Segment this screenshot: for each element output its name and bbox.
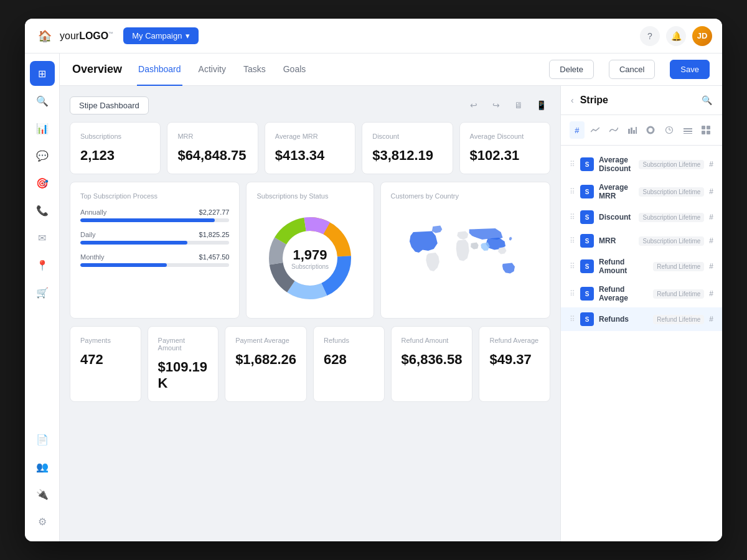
bell-icon: 🔔 xyxy=(671,31,682,41)
item-name: Refunds xyxy=(599,315,648,324)
panel-item[interactable]: ⠿ S MRR Subscription Lifetime # xyxy=(561,229,722,253)
chart-type-curve[interactable] xyxy=(606,121,621,139)
desktop-view-button[interactable]: 🖥 xyxy=(509,96,528,114)
map-container xyxy=(391,208,540,308)
bar-fill xyxy=(80,218,215,222)
chart-type-clock[interactable] xyxy=(662,121,677,139)
help-button[interactable]: ? xyxy=(640,26,660,46)
item-icon: S xyxy=(580,185,594,198)
save-button[interactable]: Save xyxy=(670,60,710,79)
metric-value: $64,848.75 xyxy=(177,147,247,164)
chart-type-donut[interactable] xyxy=(644,121,659,139)
svg-rect-17 xyxy=(684,131,692,132)
sidebar-item-email[interactable]: ✉ xyxy=(30,225,55,250)
panel-search-button[interactable]: 🔍 xyxy=(702,95,712,105)
home-icon[interactable]: 🏠 xyxy=(35,26,55,46)
dashboard-name-tag[interactable]: Stipe Dashboard xyxy=(70,96,149,114)
sidebar-item-documents[interactable]: 📄 xyxy=(30,427,55,452)
svg-rect-11 xyxy=(636,127,637,134)
sidebar-item-location[interactable]: 📍 xyxy=(30,253,55,278)
metric-label: Payment Average xyxy=(235,337,296,344)
donut-center-value: 1,979 xyxy=(291,247,329,263)
item-name: Average Discount xyxy=(599,156,634,173)
panel-item[interactable]: ⠿ S Refund Average Refund Lifetime # xyxy=(561,280,722,307)
sidebar-item-messages[interactable]: 💬 xyxy=(30,143,55,168)
panel-item[interactable]: ⠿ S Average MRR Subscription Lifetime # xyxy=(561,178,722,205)
metric-card-refund-avg: Refund Average $49.37 xyxy=(479,326,550,402)
item-icon: S xyxy=(580,157,594,171)
tab-dashboard[interactable]: Dashboard xyxy=(137,54,182,86)
bar-track xyxy=(80,241,229,245)
tab-goals[interactable]: Goals xyxy=(282,54,308,86)
sidebar-item-analytics[interactable]: 📊 xyxy=(30,116,55,141)
chart-type-bar[interactable] xyxy=(625,121,640,139)
avatar-initials: JD xyxy=(697,31,708,40)
metric-value: 472 xyxy=(80,352,131,368)
donut-chart-title: Subscriptions by Status xyxy=(256,192,363,200)
sidebar-item-search[interactable]: 🔍 xyxy=(30,88,55,113)
metric-label: Subscriptions xyxy=(80,133,150,140)
item-hash-icon: # xyxy=(709,315,713,324)
item-name: Average MRR xyxy=(599,183,634,200)
metric-card-avg-mrr: Average MRR $413.34 xyxy=(265,122,355,174)
chart-type-column[interactable] xyxy=(680,121,695,139)
item-icon: S xyxy=(580,259,594,273)
notifications-button[interactable]: 🔔 xyxy=(666,26,686,46)
metric-value: 2,123 xyxy=(80,147,150,164)
drag-handle-icon: ⠿ xyxy=(570,289,575,298)
delete-button[interactable]: Delete xyxy=(549,60,594,79)
donut-container: 1,979 Subscriptions xyxy=(256,208,363,308)
sidebar-item-grid[interactable]: ⊞ xyxy=(30,61,55,86)
panel-chart-types: # xyxy=(561,115,722,146)
item-hash-icon: # xyxy=(709,187,713,196)
sidebar-item-settings[interactable]: ⚙ xyxy=(30,509,55,534)
svg-point-12 xyxy=(647,127,654,133)
panel-item-refunds[interactable]: ⠿ S Refunds Refund Lifetime # xyxy=(561,307,722,331)
bottom-metrics-row: Payments 472 Payment Amount $109.19 K Pa… xyxy=(70,326,550,402)
metric-value: $3,812.19 xyxy=(372,147,442,164)
item-icon: S xyxy=(580,210,594,224)
donut-chart-card: Subscriptions by Status xyxy=(246,182,374,319)
item-tag: Refund Lifetime xyxy=(653,262,704,271)
sidebar-item-targeting[interactable]: 🎯 xyxy=(30,170,55,195)
sidebar-item-calls[interactable]: 📞 xyxy=(30,198,55,223)
dashboard-main: Stipe Dashboard ↩ ↪ 🖥 📱 Subscriptions xyxy=(60,86,560,541)
sidebar-item-ecommerce[interactable]: 🛒 xyxy=(30,280,55,305)
map-chart-title: Customers by Country xyxy=(391,192,540,200)
sidebar-item-integrations[interactable]: 🔌 xyxy=(30,482,55,506)
item-name: Refund Average xyxy=(599,285,648,302)
logo-tm: ™ xyxy=(108,30,113,36)
chart-type-line[interactable] xyxy=(588,121,603,139)
metric-value: $102.31 xyxy=(470,147,540,164)
metric-label: Discount xyxy=(372,133,442,140)
tab-activity[interactable]: Activity xyxy=(197,54,227,86)
avatar[interactable]: JD xyxy=(692,26,712,46)
item-name: Refund Amount xyxy=(599,258,648,275)
mobile-view-button[interactable]: 📱 xyxy=(532,96,550,114)
panel-item[interactable]: ⠿ S Refund Amount Refund Lifetime # xyxy=(561,253,722,280)
undo-button[interactable]: ↩ xyxy=(464,96,483,114)
campaign-button[interactable]: My Campaign ▾ xyxy=(123,27,199,44)
chart-type-hash[interactable]: # xyxy=(570,121,585,139)
metric-label: Average MRR xyxy=(275,133,345,140)
panel-item[interactable]: ⠿ S Discount Subscription Lifetime # xyxy=(561,205,722,229)
item-tag: Subscription Lifetime xyxy=(639,213,704,222)
sidebar-item-users[interactable]: 👥 xyxy=(30,454,55,479)
metric-card-payments: Payments 472 xyxy=(70,326,141,402)
metrics-row: Subscriptions 2,123 MRR $64,848.75 Avera… xyxy=(70,122,550,174)
bar-track xyxy=(80,263,229,267)
panel-back-button[interactable]: ‹ xyxy=(571,95,574,105)
item-hash-icon: # xyxy=(709,289,713,298)
metric-value: $6,836.58 xyxy=(402,352,463,368)
metric-card-refund-amount: Refund Amount $6,836.58 xyxy=(391,326,473,402)
map-chart-card: Customers by Country xyxy=(380,182,550,319)
tab-tasks[interactable]: Tasks xyxy=(242,54,267,86)
bar-item-daily: Daily $1,825.25 xyxy=(80,231,229,245)
metric-card-payment-amount: Payment Amount $109.19 K xyxy=(148,326,219,402)
redo-button[interactable]: ↪ xyxy=(487,96,505,114)
panel-item[interactable]: ⠿ S Average Discount Subscription Lifeti… xyxy=(561,151,722,178)
cancel-button[interactable]: Cancel xyxy=(609,60,655,79)
chart-type-grid[interactable] xyxy=(698,121,713,139)
svg-rect-19 xyxy=(702,126,705,129)
bar-item-monthly: Monthly $1,457.50 xyxy=(80,253,229,267)
